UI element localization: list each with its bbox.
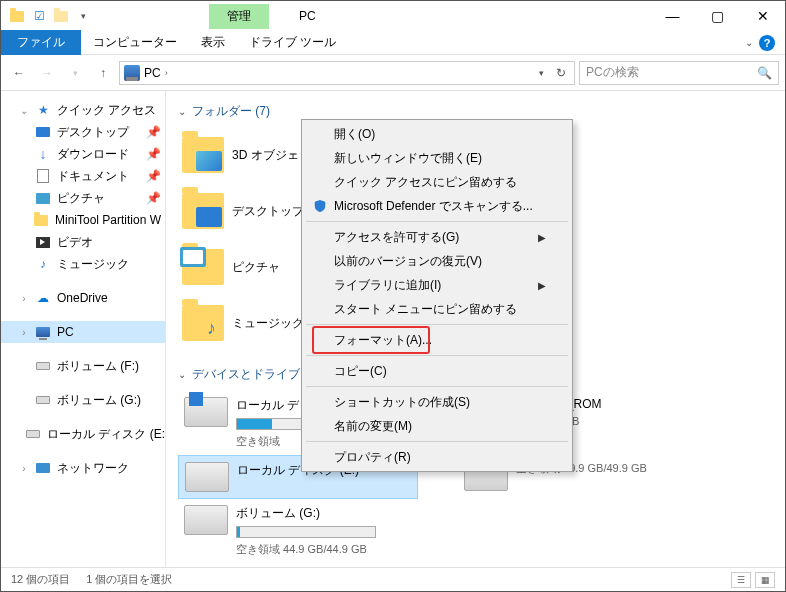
menu-pin-quick-access[interactable]: クイック アクセスにピン留めする [304, 170, 570, 194]
sidebar-documents[interactable]: ドキュメント📌 [1, 165, 165, 187]
status-item-count: 12 個の項目 [11, 572, 70, 587]
sidebar-label: ダウンロード [57, 146, 129, 163]
menu-rename[interactable]: 名前の変更(M) [304, 414, 570, 438]
drive-icon [35, 392, 51, 408]
menu-create-shortcut[interactable]: ショートカットの作成(S) [304, 390, 570, 414]
sidebar-videos[interactable]: ビデオ [1, 231, 165, 253]
address-dropdown-icon[interactable]: ▾ [535, 68, 548, 78]
menu-defender-scan[interactable]: Microsoft Defender でスキャンする... [304, 194, 570, 218]
menu-separator [306, 324, 568, 325]
submenu-arrow-icon: ▶ [538, 232, 546, 243]
menu-add-library[interactable]: ライブラリに追加(I)▶ [304, 273, 570, 297]
sidebar-label: OneDrive [57, 291, 108, 305]
sidebar-label: ミュージック [57, 256, 129, 273]
sidebar-label: ビデオ [57, 234, 93, 251]
menu-open[interactable]: 開く(O) [304, 122, 570, 146]
ribbon-expand-icon[interactable]: ⌄ [745, 37, 753, 48]
file-tab[interactable]: ファイル [1, 30, 81, 55]
menu-separator [306, 355, 568, 356]
desktop-icon [35, 124, 51, 140]
sidebar-label: ドキュメント [57, 168, 129, 185]
sidebar-minitool[interactable]: MiniTool Partition W [1, 209, 165, 231]
large-icons-view-button[interactable]: ▦ [755, 572, 775, 588]
chevron-right-icon[interactable]: › [19, 327, 29, 338]
sidebar-label: ボリューム (G:) [57, 392, 141, 409]
quick-access-toolbar: ☑ ▾ [1, 6, 99, 26]
minimize-button[interactable]: ― [650, 2, 695, 30]
menu-open-new-window[interactable]: 新しいウィンドウで開く(E) [304, 146, 570, 170]
pin-icon: 📌 [146, 147, 161, 161]
sidebar-pc[interactable]: ›PC [1, 321, 165, 343]
sidebar-network[interactable]: ›ネットワーク [1, 457, 165, 479]
folder-icon [33, 212, 49, 228]
sidebar-volume-f[interactable]: ボリューム (F:) [1, 355, 165, 377]
sidebar-label: デスクトップ [57, 124, 129, 141]
ribbon-help: ⌄ ? [745, 35, 785, 51]
menu-copy[interactable]: コピー(C) [304, 359, 570, 383]
maximize-button[interactable]: ▢ [695, 2, 740, 30]
manage-contextual-tab[interactable]: 管理 [209, 4, 269, 29]
forward-button[interactable]: → [35, 61, 59, 85]
details-view-button[interactable]: ☰ [731, 572, 751, 588]
context-menu: 開く(O) 新しいウィンドウで開く(E) クイック アクセスにピン留めする Mi… [301, 119, 573, 472]
sidebar-pictures[interactable]: ピクチャ📌 [1, 187, 165, 209]
back-button[interactable]: ← [7, 61, 31, 85]
download-icon: ↓ [35, 146, 51, 162]
sidebar-desktop[interactable]: デスクトップ📌 [1, 121, 165, 143]
view-tab[interactable]: 表示 [189, 30, 237, 55]
navigation-pane: ⌄★クイック アクセス デスクトップ📌 ↓ダウンロード📌 ドキュメント📌 ピクチ… [1, 91, 166, 569]
sidebar-volume-g[interactable]: ボリューム (G:) [1, 389, 165, 411]
sidebar-label: MiniTool Partition W [55, 213, 161, 227]
folder-label: 3D オブジェ [232, 147, 299, 164]
computer-tab[interactable]: コンピューター [81, 30, 189, 55]
cloud-icon: ☁ [35, 290, 51, 306]
folder-label: ミュージック [232, 315, 304, 332]
drive-volume-g[interactable]: ボリューム (G:) 空き領域 44.9 GB/44.9 GB [178, 499, 418, 563]
title-bar: ☑ ▾ 管理 PC ― ▢ ✕ [1, 1, 785, 31]
chevron-down-icon[interactable]: ⌄ [178, 369, 186, 380]
drive-label: ボリューム (G:) [236, 505, 376, 522]
menu-pin-start[interactable]: スタート メニューにピン留めする [304, 297, 570, 321]
properties-qat-icon[interactable]: ☑ [29, 6, 49, 26]
menu-restore-previous[interactable]: 以前のバージョンの復元(V) [304, 249, 570, 273]
drive-tools-tab[interactable]: ドライブ ツール [237, 30, 348, 55]
music-icon: ♪ [35, 256, 51, 272]
star-icon: ★ [35, 102, 51, 118]
submenu-arrow-icon: ▶ [538, 280, 546, 291]
sidebar-local-e[interactable]: ローカル ディスク (E:) [1, 423, 165, 445]
pin-icon: 📌 [146, 169, 161, 183]
drive-icon [35, 358, 51, 374]
chevron-right-icon[interactable]: › [19, 293, 29, 304]
address-bar[interactable]: PC › ▾ ↻ [119, 61, 575, 85]
chevron-right-icon[interactable]: › [19, 463, 29, 474]
address-separator-icon[interactable]: › [165, 68, 168, 78]
folder-label: ピクチャ [232, 259, 280, 276]
sidebar-onedrive[interactable]: ›☁OneDrive [1, 287, 165, 309]
up-button[interactable]: ↑ [91, 61, 115, 85]
address-segment[interactable]: PC [144, 66, 161, 80]
search-box[interactable]: PCの検索 🔍 [579, 61, 779, 85]
menu-properties[interactable]: プロパティ(R) [304, 445, 570, 469]
sidebar-music[interactable]: ♪ミュージック [1, 253, 165, 275]
menu-separator [306, 441, 568, 442]
new-folder-qat-icon[interactable] [51, 6, 71, 26]
folder-label: デスクトップ [232, 203, 304, 220]
drive-icon [25, 426, 41, 442]
close-button[interactable]: ✕ [740, 2, 785, 30]
sidebar-downloads[interactable]: ↓ダウンロード📌 [1, 143, 165, 165]
menu-format[interactable]: フォーマット(A)... [304, 328, 570, 352]
qat-dropdown-icon[interactable]: ▾ [73, 6, 93, 26]
sidebar-quick-access[interactable]: ⌄★クイック アクセス [1, 99, 165, 121]
help-icon[interactable]: ? [759, 35, 775, 51]
menu-grant-access[interactable]: アクセスを許可する(G)▶ [304, 225, 570, 249]
shield-icon [312, 198, 328, 214]
recent-dropdown-icon[interactable]: ▾ [63, 61, 87, 85]
chevron-down-icon[interactable]: ⌄ [178, 106, 186, 117]
search-icon[interactable]: 🔍 [757, 66, 772, 80]
app-icon [7, 6, 27, 26]
network-icon [35, 460, 51, 476]
navigation-bar: ← → ▾ ↑ PC › ▾ ↻ PCの検索 🔍 [1, 55, 785, 91]
refresh-button[interactable]: ↻ [552, 66, 570, 80]
chevron-down-icon[interactable]: ⌄ [19, 105, 29, 116]
search-placeholder: PCの検索 [586, 64, 639, 81]
